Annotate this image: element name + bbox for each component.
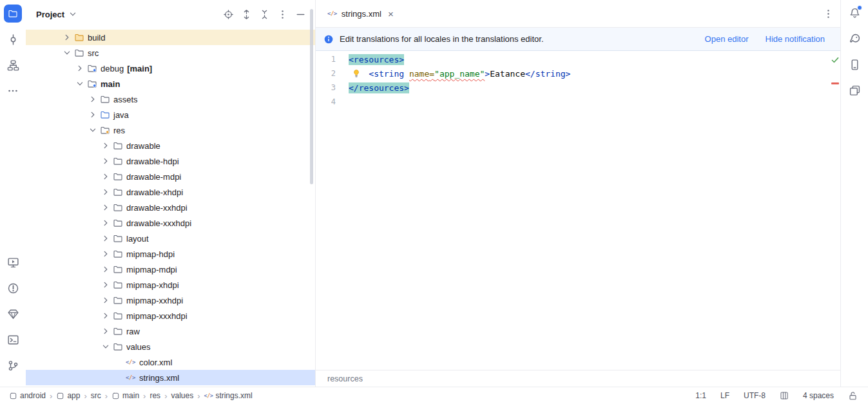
- tree-item-label: layout: [126, 234, 149, 244]
- chevron-right-icon[interactable]: [100, 233, 111, 244]
- app-quality-insights-tool-button[interactable]: [4, 305, 22, 323]
- chevron-right-icon[interactable]: [87, 94, 99, 104]
- tree-item-build[interactable]: build: [26, 30, 315, 45]
- chevron-right-icon[interactable]: [100, 311, 111, 321]
- tree-item-assets[interactable]: assets: [26, 91, 315, 107]
- panel-options-button[interactable]: [275, 7, 289, 21]
- editor-options-icon[interactable]: [823, 8, 834, 19]
- code-line[interactable]: 2 <string name="app_name">Eatance</strin…: [316, 66, 830, 81]
- chevron-right-icon[interactable]: [100, 326, 111, 336]
- chevron-right-icon[interactable]: [100, 140, 111, 151]
- resource-manager-tool-button[interactable]: [845, 81, 863, 99]
- intention-bulb-icon[interactable]: [352, 69, 361, 78]
- breadcrumb-app[interactable]: app: [55, 391, 81, 400]
- tree-item-drawable-hdpi[interactable]: drawable-hdpi: [26, 153, 315, 169]
- tree-item-drawable-mdpi[interactable]: drawable-mdpi: [26, 169, 315, 184]
- close-tab-icon[interactable]: ×: [388, 9, 394, 19]
- code-line[interactable]: 3</resources>: [316, 81, 830, 95]
- gradle-tool-button[interactable]: [845, 30, 863, 48]
- code-token: <resources>: [349, 54, 404, 65]
- tree-item-java[interactable]: java: [26, 107, 315, 122]
- tree-item-drawable-xxxhdpi[interactable]: drawable-xxxhdpi: [26, 215, 315, 231]
- chevron-down-icon[interactable]: [61, 48, 73, 58]
- notifications-button[interactable]: [845, 4, 863, 22]
- tree-item-layout[interactable]: layout: [26, 231, 315, 246]
- tree-item-values[interactable]: values: [26, 339, 315, 354]
- tree-item-drawable-xhdpi[interactable]: drawable-xhdpi: [26, 184, 315, 200]
- open-editor-link[interactable]: Open editor: [705, 34, 749, 44]
- xml-file-icon: </>: [327, 11, 337, 17]
- hide-panel-button[interactable]: [293, 7, 307, 21]
- tree-item-mipmap-xhdpi[interactable]: mipmap-xhdpi: [26, 277, 315, 293]
- version-control-tool-button[interactable]: [4, 356, 22, 374]
- tree-item-raw[interactable]: raw: [26, 323, 315, 339]
- tree-item-color.xml[interactable]: </>color.xml: [26, 354, 315, 370]
- commit-tool-button[interactable]: [4, 30, 22, 48]
- indent-size[interactable]: 4 spaces: [803, 391, 834, 400]
- code-editor[interactable]: 1<resources>2 <string name="app_name">Ea…: [316, 52, 830, 370]
- tree-item-drawable-xxhdpi[interactable]: drawable-xxhdpi: [26, 200, 315, 215]
- tree-item-mipmap-xxhdpi[interactable]: mipmap-xxhdpi: [26, 293, 315, 308]
- chevron-right-icon[interactable]: [100, 187, 111, 197]
- indent-guide-icon[interactable]: [780, 391, 789, 400]
- tree-item-res[interactable]: res: [26, 122, 315, 138]
- more-tool-windows-button[interactable]: [4, 82, 22, 100]
- running-devices-tool-button[interactable]: [4, 253, 22, 271]
- problems-tool-button[interactable]: [4, 279, 22, 297]
- code-token: Eatance: [490, 68, 525, 79]
- chevron-right-icon[interactable]: [100, 280, 111, 290]
- tree-item-mipmap-hdpi[interactable]: mipmap-hdpi: [26, 246, 315, 262]
- collapse-all-button[interactable]: [257, 7, 271, 21]
- breadcrumb-android[interactable]: android: [8, 391, 47, 400]
- file-encoding[interactable]: UTF-8: [744, 391, 766, 400]
- structure-tool-button[interactable]: [4, 56, 22, 74]
- tree-item-strings.xml[interactable]: </>strings.xml: [26, 370, 315, 385]
- breadcrumb-res[interactable]: res: [148, 391, 162, 400]
- chevron-down-icon[interactable]: [74, 79, 86, 89]
- tree-item-label: drawable-mdpi: [126, 172, 181, 182]
- breadcrumb-strings.xml[interactable]: </>strings.xml: [203, 391, 254, 400]
- chevron-right-icon[interactable]: [100, 156, 111, 166]
- breadcrumb-label: res: [149, 391, 160, 400]
- chevron-down-icon[interactable]: [100, 341, 111, 352]
- chevron-right-icon[interactable]: [87, 110, 99, 120]
- lock-button[interactable]: [848, 391, 858, 401]
- chevron-right-icon[interactable]: [100, 171, 111, 182]
- breadcrumb-src[interactable]: src: [90, 391, 102, 400]
- locate-file-button[interactable]: [221, 7, 235, 21]
- project-tree: buildsrcdebug[main]mainassetsjavaresdraw…: [26, 28, 315, 387]
- caret-position[interactable]: 1:1: [695, 391, 706, 400]
- project-panel-title[interactable]: Project: [36, 10, 64, 19]
- chevron-right-icon[interactable]: [100, 218, 111, 228]
- chevron-right-icon[interactable]: [74, 63, 86, 73]
- chevron-down-icon[interactable]: [87, 125, 99, 135]
- chevron-right-icon[interactable]: [100, 264, 111, 274]
- hide-notification-link[interactable]: Hide notification: [766, 34, 825, 44]
- breadcrumb-values[interactable]: values: [169, 391, 195, 400]
- tree-item-main[interactable]: main: [26, 76, 315, 91]
- tab-strings-xml[interactable]: </> strings.xml ×: [322, 0, 399, 27]
- editor-breadcrumb[interactable]: resources: [327, 374, 363, 383]
- tree-item-drawable[interactable]: drawable: [26, 138, 315, 153]
- terminal-tool-button[interactable]: [4, 331, 22, 349]
- chevron-right-icon[interactable]: [100, 295, 111, 305]
- project-tool-button[interactable]: [4, 5, 22, 23]
- inspection-ok-check-icon[interactable]: [831, 55, 840, 64]
- expand-all-button[interactable]: [239, 7, 253, 21]
- breadcrumb-main[interactable]: main: [110, 391, 140, 400]
- project-scrollbar[interactable]: [310, 9, 313, 184]
- chevron-right-icon[interactable]: [100, 249, 111, 259]
- error-stripe-marker[interactable]: [831, 82, 839, 84]
- code-line[interactable]: 1<resources>: [316, 52, 830, 66]
- tree-item-mipmap-mdpi[interactable]: mipmap-mdpi: [26, 262, 315, 277]
- chevron-down-icon[interactable]: [68, 9, 78, 19]
- code-line[interactable]: 4: [316, 95, 830, 109]
- device-manager-tool-button[interactable]: [845, 55, 863, 73]
- tree-item-mipmap-xxxhdpi[interactable]: mipmap-xxxhdpi: [26, 308, 315, 323]
- chevron-right-icon[interactable]: [100, 202, 111, 213]
- chevron-right-icon[interactable]: [61, 32, 73, 43]
- tree-item-debug[interactable]: debug[main]: [26, 61, 315, 76]
- line-separator[interactable]: LF: [720, 391, 729, 400]
- banner-actions: Open editor Hide notification: [705, 34, 834, 44]
- tree-item-src[interactable]: src: [26, 45, 315, 61]
